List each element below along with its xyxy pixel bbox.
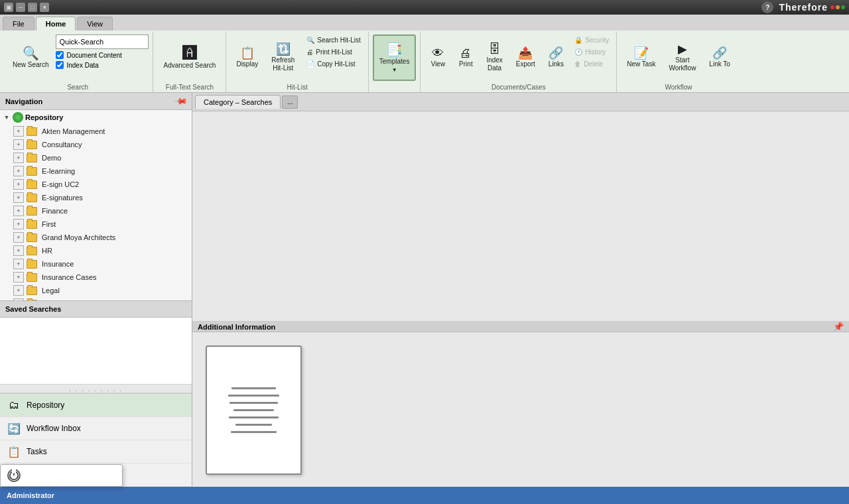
doc-line xyxy=(233,409,274,411)
help-icon[interactable]: ? xyxy=(761,1,773,13)
menu-icon[interactable]: ▾ xyxy=(40,3,49,12)
tree-expander[interactable]: + xyxy=(13,272,24,283)
category-searches-tab[interactable]: Category – Searches xyxy=(195,95,281,109)
saved-searches-label: Saved Searches xyxy=(5,305,61,313)
bottom-nav-item-tasks[interactable]: 📋 Tasks xyxy=(0,440,192,464)
ribbon-group-docs: 👁 View 🖨 Print 🗄 IndexData 📤 Export 🔗 Li… xyxy=(421,32,617,92)
logo-dots xyxy=(830,5,845,9)
bottom-nav-item-workflow-inbox[interactable]: 🔄 Workflow Inbox xyxy=(0,417,192,440)
templates-button[interactable]: 📑 Templates ▼ xyxy=(373,34,417,81)
quick-search-input[interactable] xyxy=(56,34,149,49)
document-content-checkbox[interactable] xyxy=(56,51,64,59)
tree-item[interactable]: + HR xyxy=(0,244,192,257)
tree-root-repository[interactable]: ▼ Repository xyxy=(0,110,192,125)
tree-folder-icon xyxy=(27,180,37,189)
templates-label: Templates xyxy=(379,58,410,66)
maximize-icon[interactable]: □ xyxy=(28,3,37,12)
tree-folder-icon xyxy=(27,167,37,176)
tree-wrapper: ▼ Repository + Akten Management + Consul… xyxy=(0,110,192,300)
tree-expander[interactable]: + xyxy=(13,245,24,256)
advanced-search-button[interactable]: 🅰 Advanced Search xyxy=(157,34,222,81)
tree-expander[interactable]: + xyxy=(13,153,24,163)
tab-view[interactable]: View xyxy=(77,17,113,31)
doc-line xyxy=(231,387,276,389)
root-expand-icon[interactable]: ▼ xyxy=(3,113,11,121)
tree-item[interactable]: + Grand Moya Architects xyxy=(0,231,192,244)
tree-expander[interactable]: + xyxy=(13,285,24,296)
hitlist-top-row: 📋 Display 🔃 RefreshHit-List 🔍 Search Hit… xyxy=(230,34,363,81)
title-bar: ▣ ─ □ ▾ ? Therefore xyxy=(0,0,849,15)
search-box-container: Document Content Index Data xyxy=(56,34,149,69)
print-hitlist-button[interactable]: 🖨 Print Hit-List xyxy=(303,46,364,58)
pin-icon[interactable]: 📌 xyxy=(174,94,188,109)
display-label: Display xyxy=(236,60,258,68)
tree-item[interactable]: + Legal xyxy=(0,284,192,297)
index-data-btn-label: IndexData xyxy=(486,56,502,72)
tree-inner: ▼ Repository + Akten Management + Consul… xyxy=(0,110,192,300)
tree-item[interactable]: + Insurance xyxy=(0,257,192,271)
links-button[interactable]: 🔗 Links xyxy=(543,34,570,81)
start-workflow-icon: ▶ xyxy=(678,43,687,55)
tree-item[interactable]: + Akten Management xyxy=(0,125,192,138)
history-label: History xyxy=(585,48,606,56)
status-bar: Administrator Disconnect xyxy=(0,487,849,504)
tab-file[interactable]: File xyxy=(3,17,34,31)
link-to-icon: 🔗 xyxy=(712,47,727,59)
additional-info-label: Additional Information xyxy=(198,323,275,331)
app-icon: ▣ xyxy=(4,3,13,12)
title-bar-right: ? Therefore xyxy=(761,1,845,13)
new-task-button[interactable]: 📝 New Task xyxy=(621,34,661,81)
disconnect-popup[interactable]: Disconnect xyxy=(0,464,123,487)
minimize-icon[interactable]: ─ xyxy=(16,3,25,12)
tree-expander[interactable]: + xyxy=(13,219,24,229)
bottom-nav-item-repository[interactable]: 🗂 Repository xyxy=(0,394,192,417)
nav-header: Navigation 📌 xyxy=(0,93,192,110)
tree-item[interactable]: + Demo xyxy=(0,151,192,164)
tree-expander[interactable]: + xyxy=(13,126,24,137)
search-hitlist-button[interactable]: 🔍 Search Hit-List xyxy=(303,34,364,46)
ribbon: 🔍 New Search Document Content Index Data… xyxy=(0,31,849,93)
index-data-checkbox[interactable] xyxy=(56,61,64,69)
additional-info-pin[interactable]: 📌 xyxy=(833,322,844,332)
print-hitlist-icon: 🖨 xyxy=(306,48,313,56)
links-icon: 🔗 xyxy=(549,47,563,59)
tree-item[interactable]: + E-sign UC2 xyxy=(0,178,192,191)
tree-expander[interactable]: + xyxy=(13,192,24,203)
copy-hitlist-button[interactable]: 📄 Copy Hit-List xyxy=(303,58,364,70)
nav-item-icon: 🔄 xyxy=(7,421,21,436)
tree-expander[interactable]: + xyxy=(13,139,24,150)
link-to-label: Link To xyxy=(709,60,730,68)
refresh-button[interactable]: 🔃 RefreshHit-List xyxy=(265,34,300,81)
tree-item[interactable]: + E-learning xyxy=(0,164,192,178)
tab-home[interactable]: Home xyxy=(36,17,76,31)
display-icon: 📋 xyxy=(240,47,255,59)
tree-folder-icon xyxy=(27,247,37,255)
root-label: Repository xyxy=(25,113,63,121)
tree-expander[interactable]: + xyxy=(13,259,24,269)
ribbon-group-workflow: 📝 New Task ▶ StartWorkflow 🔗 Link To Wor… xyxy=(617,32,740,92)
index-data-button[interactable]: 🗄 IndexData xyxy=(480,34,508,81)
tree-expander[interactable]: + xyxy=(13,232,24,243)
print-button[interactable]: 🖨 Print xyxy=(452,34,479,81)
tree-item[interactable]: + Finance xyxy=(0,204,192,218)
display-button[interactable]: 📋 Display xyxy=(230,34,264,81)
tree-item[interactable]: + Insurance Cases xyxy=(0,271,192,284)
index-data-checkbox-row: Index Data xyxy=(56,61,149,69)
start-workflow-button[interactable]: ▶ StartWorkflow xyxy=(663,34,702,81)
view-button[interactable]: 👁 View xyxy=(424,34,451,81)
security-button: 🔒 Security xyxy=(571,34,612,46)
link-to-button[interactable]: 🔗 Link To xyxy=(703,34,736,81)
export-button[interactable]: 📤 Export xyxy=(510,34,541,81)
tab-more-button[interactable]: ... xyxy=(282,95,298,109)
tree-item[interactable]: + E-signatures xyxy=(0,191,192,204)
tree-item[interactable]: + First xyxy=(0,218,192,231)
tree-expander[interactable]: + xyxy=(13,166,24,176)
workflow-row: 📝 New Task ▶ StartWorkflow 🔗 Link To xyxy=(621,34,736,81)
tree-folder-icon xyxy=(27,233,37,242)
tree-item[interactable]: + Consultancy xyxy=(0,138,192,151)
tree-expander[interactable]: + xyxy=(13,179,24,190)
ribbon-group-hitlist: 📋 Display 🔃 RefreshHit-List 🔍 Search Hit… xyxy=(226,32,368,92)
index-data-label: Index Data xyxy=(66,62,98,69)
new-search-button[interactable]: 🔍 New Search xyxy=(7,34,54,81)
tree-expander[interactable]: + xyxy=(13,206,24,216)
